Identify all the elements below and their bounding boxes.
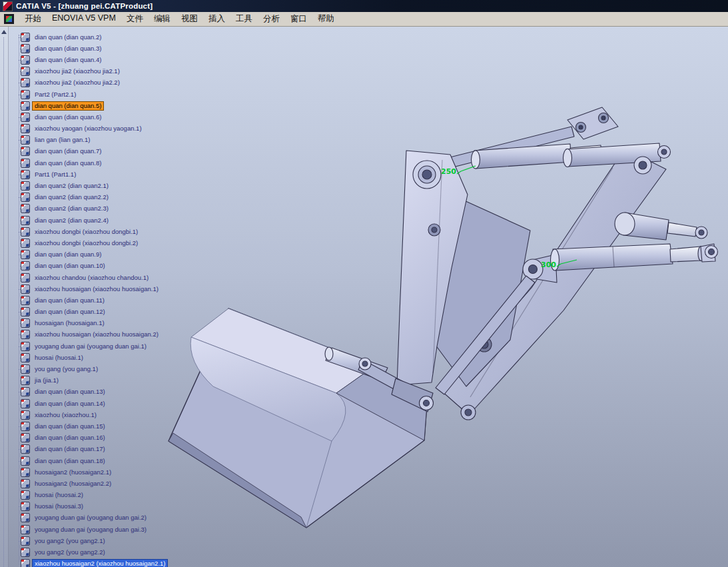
menu-item[interactable]: 文件: [121, 12, 149, 26]
tree-item[interactable]: you gang2 (you gang2.2): [0, 546, 200, 558]
tree-item[interactable]: yougang duan gai (yougang duan gai.3): [0, 524, 200, 535]
tree-item-label: dian quan2 (dian quan2.3): [33, 205, 111, 213]
menu-item[interactable]: 工具: [230, 12, 258, 26]
tree-item[interactable]: dian quan (dian quan.2): [0, 31, 200, 43]
part-icon: [21, 44, 30, 53]
part-icon: [21, 90, 30, 99]
tree-item[interactable]: dian quan2 (dian quan2.1): [0, 180, 200, 191]
tree-item[interactable]: dian quan (dian quan.14): [0, 398, 200, 409]
tree-item[interactable]: you gang2 (you gang2.1): [0, 535, 200, 546]
tree-item-label: yougang duan gai (yougang duan gai.2): [33, 514, 149, 522]
part-icon: [21, 284, 30, 294]
tree-item-label: Part2 (Part2.1): [33, 91, 78, 99]
tree-item-label: dian quan2 (dian quan2.1): [33, 182, 111, 190]
tree-item[interactable]: huosai (huosai.3): [0, 501, 200, 512]
tree-item[interactable]: you gang (you gang.1): [0, 363, 200, 374]
menu-item[interactable]: ENOVIA V5 VPM: [47, 12, 121, 26]
menu-item[interactable]: 开始: [19, 12, 47, 26]
tree-item[interactable]: dian quan (dian quan.8): [0, 157, 200, 169]
tree-item[interactable]: huosaigan2 (huosaigan2.2): [0, 478, 200, 489]
part-icon: [21, 67, 30, 76]
tree-item-label: xiaozhou dongbi (xiaozhou dongbi.1): [33, 228, 140, 236]
tree-item[interactable]: dian quan (dian quan.7): [0, 146, 200, 157]
tree-item[interactable]: xiaozhou yaogan (xiaozhou yaogan.1): [0, 123, 200, 135]
menu-item[interactable]: 视图: [176, 12, 203, 26]
model-arm-top-pivot[interactable]: [634, 157, 651, 174]
menu-item[interactable]: 编辑: [149, 12, 176, 26]
tree-item[interactable]: lian gan (lian gan.1): [0, 135, 200, 146]
tree-item-label: you gang (you gang.1): [33, 365, 100, 373]
viewport-3d[interactable]: 250 300 dian quan (dian quan.2)dian quan…: [0, 27, 728, 567]
dimension-label-300[interactable]: 300: [541, 261, 556, 269]
part-icon: [21, 525, 30, 534]
part-icon: [21, 433, 30, 442]
tree-item[interactable]: xiaozhou chandou (xiaozhou chandou.1): [0, 272, 200, 283]
tree-item[interactable]: huosaigan (huosaigan.1): [0, 318, 200, 329]
menu-item[interactable]: 分析: [258, 12, 285, 26]
tree-item-label: huosai (huosai.2): [33, 491, 85, 499]
tree-item-label: xiaozhou huosaigan (xiaozhou huosaigan.1…: [33, 285, 161, 293]
part-icon: [21, 513, 30, 522]
tree-item[interactable]: dian quan (dian quan.11): [0, 294, 200, 306]
tree-item-label: dian quan (dian quan.3): [33, 45, 103, 53]
tree-item[interactable]: huosai (huosai.1): [0, 352, 200, 363]
tree-item[interactable]: dian quan2 (dian quan2.3): [0, 203, 200, 215]
tree-item[interactable]: Part1 (Part1.1): [0, 169, 200, 180]
tree-item[interactable]: huosaigan2 (huosaigan2.1): [0, 466, 200, 478]
tree-item[interactable]: dian quan (dian quan.3): [0, 43, 200, 54]
part-icon: [21, 124, 30, 133]
tree-item-label: dian quan (dian quan.12): [33, 308, 107, 316]
tree-item[interactable]: dian quan (dian quan.6): [0, 111, 200, 123]
part-icon: [21, 456, 30, 466]
tree-item[interactable]: xiaozhou dongbi (xiaozhou dongbi.2): [0, 237, 200, 249]
tree-item[interactable]: dian quan (dian quan.17): [0, 444, 200, 455]
tree-item-label: you gang2 (you gang2.2): [33, 548, 107, 556]
dimension-label-250[interactable]: 250: [441, 167, 456, 176]
tree-item[interactable]: xiaozhou dongbi (xiaozhou dongbi.1): [0, 226, 200, 237]
tree-item[interactable]: dian quan (dian quan.18): [0, 455, 200, 466]
tree-item[interactable]: xiaozhou huosaigan (xiaozhou huosaigan.1…: [0, 283, 200, 294]
tree-item[interactable]: dian quan (dian quan.12): [0, 306, 200, 318]
tree-item[interactable]: xiaozhou jia2 (xiaozhou jia2.1): [0, 66, 200, 77]
tree-item[interactable]: dian quan (dian quan.9): [0, 249, 200, 261]
model-bucket[interactable]: [169, 308, 427, 528]
part-icon: [21, 147, 30, 156]
part-icon: [21, 422, 30, 431]
tree-item[interactable]: dian quan (dian quan.16): [0, 432, 200, 444]
tree-item-label: dian quan (dian quan.15): [33, 422, 107, 430]
tree-item[interactable]: jia (jia.1): [0, 375, 200, 386]
tree-item-label: lian gan (lian gan.1): [33, 136, 92, 144]
part-icon: [21, 250, 30, 259]
menu-item[interactable]: 插入: [203, 12, 230, 26]
menu-item[interactable]: 帮助: [312, 12, 340, 26]
tree-item[interactable]: huosai (huosai.2): [0, 490, 200, 501]
tree-item-label: dian quan2 (dian quan2.4): [33, 217, 111, 225]
title-bar: CATIA V5 - [zhuang pei.CATProduct]: [0, 0, 728, 12]
tree-item[interactable]: dian quan (dian quan.10): [0, 261, 200, 272]
part-icon: [21, 490, 30, 500]
model-top-link[interactable]: [567, 107, 618, 139]
tree-item[interactable]: Part2 (Part2.1): [0, 89, 200, 100]
tree-item[interactable]: dian quan (dian quan.13): [0, 386, 200, 398]
tree-item[interactable]: dian quan (dian quan.5): [0, 100, 200, 111]
tree-item[interactable]: dian quan2 (dian quan2.4): [0, 215, 200, 226]
document-menu-icon[interactable]: [4, 14, 14, 24]
tree-item-label: xiaozhou jia2 (xiaozhou jia2.2): [33, 79, 122, 87]
model-cylinder-mid-right[interactable]: [615, 213, 707, 240]
tree-item[interactable]: yougang duan gai (yougang duan gai.2): [0, 512, 200, 524]
tree-item[interactable]: xiaozhou huosaigan2 (xiaozhou huosaigan2…: [0, 558, 200, 567]
tree-item-label: xiaozhou huosaigan (xiaozhou huosaigan.2…: [33, 330, 161, 338]
tree-item[interactable]: dian quan (dian quan.4): [0, 54, 200, 65]
tree-item-label: jia (jia.1): [33, 376, 61, 384]
tree-item[interactable]: xiaozhou (xiaozhou.1): [0, 409, 200, 420]
tree-item[interactable]: xiaozhou huosaigan (xiaozhou huosaigan.2…: [0, 329, 200, 340]
tree-item[interactable]: dian quan2 (dian quan2.2): [0, 192, 200, 203]
tree-item[interactable]: dian quan (dian quan.15): [0, 420, 200, 432]
tree-item-label: xiaozhou dongbi (xiaozhou dongbi.2): [33, 239, 140, 247]
tree-item-label: Part1 (Part1.1): [33, 171, 78, 179]
tree-item[interactable]: yougang duan gai (yougang duan gai.1): [0, 340, 200, 352]
tree-item-label: huosaigan2 (huosaigan2.2): [33, 480, 113, 488]
menu-item[interactable]: 窗口: [285, 12, 312, 26]
tree-item[interactable]: xiaozhou jia2 (xiaozhou jia2.2): [0, 77, 200, 89]
part-icon: [21, 296, 30, 305]
